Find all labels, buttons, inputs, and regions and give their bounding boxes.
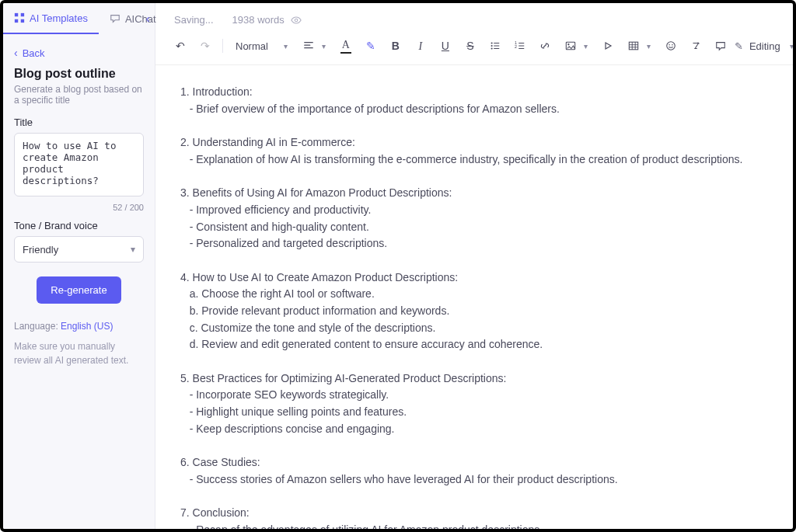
document-line: - Personalized and targeted descriptions… [180,235,796,252]
template-subtitle: Generate a blog post based on a specific… [14,84,144,106]
word-count: 1938 words [232,14,302,26]
chevron-down-icon: ▾ [584,42,588,50]
svg-point-6 [491,45,492,47]
undo-icon: ↶ [176,40,185,52]
language-link[interactable]: English (US) [61,321,113,332]
svg-point-5 [491,42,492,43]
document-line: - Incorporate SEO keywords strategically… [180,387,796,404]
chevron-down-icon: ▾ [790,42,794,50]
document-line [180,437,796,454]
toolbar: ↶ ↷ Normal ▾ ▾ A ✎ B I U S 12 ▾ ▾ [155,30,796,65]
svg-rect-12 [629,42,637,50]
bullet-list-icon [490,40,501,51]
collapse-sidebar-button[interactable]: ‹ [140,9,155,28]
bold-icon: B [392,40,400,52]
tab-ai-chat[interactable]: AIChat [99,3,167,34]
tone-select[interactable]: Friendly ▾ [14,236,144,263]
svg-point-11 [567,43,569,45]
svg-point-15 [672,44,673,46]
play-icon [603,41,613,50]
sidebar: AI Templates AIChat ‹ ‹ Back Blog post o… [3,3,155,529]
tab-ai-templates[interactable]: AI Templates [3,3,99,34]
document-body[interactable]: 1. Introduction: - Brief overview of the… [155,65,796,529]
regenerate-button[interactable]: Re-generate [37,276,120,304]
document-line: - Explanation of how AI is transforming … [180,151,796,169]
svg-point-7 [491,47,492,49]
sidebar-tabs: AI Templates AIChat [3,3,155,34]
pencil-icon: ✎ [735,40,743,52]
svg-rect-2 [15,19,18,23]
tone-value: Friendly [23,244,58,256]
tab-ai-templates-label: AI Templates [30,12,88,24]
document-line: 7. Conclusion: [180,505,796,522]
mode-label: Editing [749,40,780,52]
document-line: - Highlight unique selling points and fe… [180,404,796,421]
document-line: 5. Best Practices for Optimizing AI-Gene… [180,370,796,388]
font-color-button[interactable]: A [335,35,357,57]
document-line: d. Review and edit generated content to … [180,336,796,353]
highlight-button[interactable]: ✎ [360,35,382,57]
numbered-list-icon: 12 [515,40,525,51]
document-line [180,117,796,134]
clear-format-icon [690,40,701,51]
bullet-list-button[interactable] [484,35,506,57]
document-line: 3. Benefits of Using AI for Amazon Produ… [180,185,796,202]
document-line: - Recap of the advantages of utilizing A… [180,522,796,529]
numbered-list-button[interactable]: 12 [509,35,531,57]
saving-status: Saving... [174,14,214,26]
document-line: - Keep descriptions concise and engaging… [180,421,796,438]
separator [222,39,223,53]
align-button[interactable]: ▾ [297,35,332,57]
title-label: Title [14,116,144,128]
clear-format-button[interactable] [685,35,707,57]
document-line: a. Choose the right AI tool or software. [180,286,796,303]
svg-rect-3 [21,19,24,23]
align-left-icon [303,40,314,51]
video-button[interactable] [597,35,619,57]
mode-select[interactable]: ✎ Editing ▾ [735,40,794,52]
image-icon [565,40,576,51]
strikethrough-button[interactable]: S [459,35,481,57]
document-line [180,252,796,269]
svg-point-14 [669,44,670,46]
back-label: Back [23,47,45,59]
table-icon [628,40,639,51]
chevron-down-icon: ▾ [131,244,135,255]
comment-button[interactable] [710,35,731,57]
bold-button[interactable]: B [385,35,407,57]
sidebar-body: ‹ Back Blog post outline Generate a blog… [3,34,155,377]
font-color-icon: A [340,39,351,54]
back-link[interactable]: ‹ Back [14,47,144,59]
document-line: 4. How to Use AI to Create Amazon Produc… [180,269,796,287]
underline-button[interactable]: U [435,35,456,57]
document-line: - Improved efficiency and productivity. [180,202,796,219]
table-button[interactable]: ▾ [622,35,657,57]
info-bar: Saving... 1938 words [155,3,796,30]
paragraph-style-select[interactable]: Normal ▾ [229,35,294,57]
italic-button[interactable]: I [410,35,431,57]
document-line: b. Provide relevant product information … [180,303,796,320]
tone-label: Tone / Brand voice [14,220,144,231]
underline-icon: U [442,40,449,52]
chat-icon [110,13,120,24]
strikethrough-icon: S [466,40,473,52]
document-line [180,168,796,185]
comment-icon [715,40,726,51]
document-line: 1. Introduction: [180,84,796,101]
emoji-icon [665,40,676,51]
document-line: - Success stories of Amazon sellers who … [180,471,796,489]
undo-button[interactable]: ↶ [169,35,191,57]
emoji-button[interactable] [660,35,682,57]
document-line: - Consistent and high-quality content. [180,219,796,236]
document-line [180,489,796,506]
image-button[interactable]: ▾ [559,35,594,57]
review-note: Make sure you manually review all AI gen… [14,339,144,367]
redo-button[interactable]: ↷ [194,35,216,57]
link-button[interactable] [534,35,556,57]
editor: Saving... 1938 words ↶ ↷ Normal ▾ ▾ A [155,3,796,529]
grid-icon [14,12,25,23]
title-input[interactable] [14,133,144,196]
document-line [180,353,796,370]
app-frame: AI Templates AIChat ‹ ‹ Back Blog post o… [0,0,796,532]
chevron-down-icon: ▾ [284,42,288,50]
